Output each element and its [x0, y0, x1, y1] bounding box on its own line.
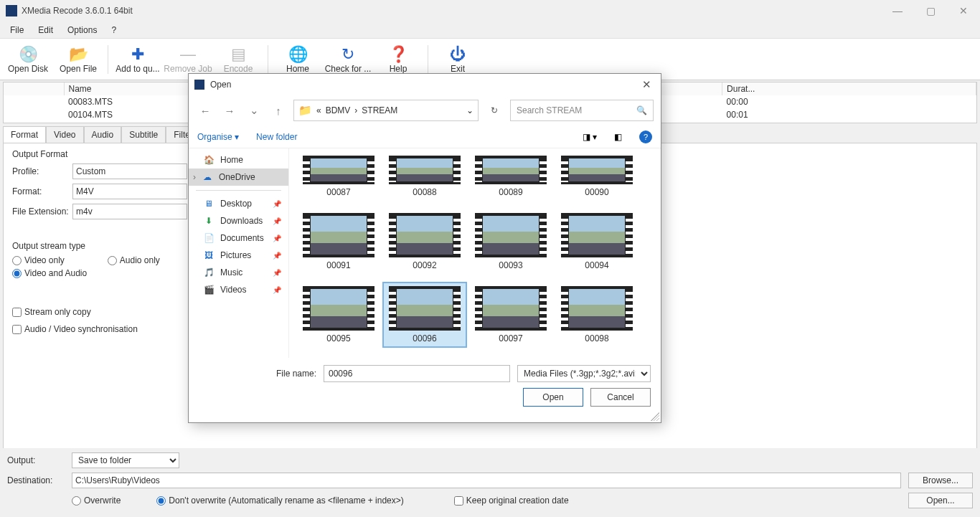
- audio-only-radio[interactable]: [108, 256, 117, 265]
- file-thumb[interactable]: 00091: [296, 209, 381, 275]
- nav-forward-button[interactable]: →: [220, 105, 239, 117]
- file-name: 00093: [499, 260, 522, 270]
- video-audio-radio[interactable]: [12, 269, 22, 278]
- dialog-cancel-button[interactable]: Cancel: [590, 388, 651, 407]
- file-grid[interactable]: 0008700088000890009000091000920009300094…: [289, 148, 661, 358]
- dialog-title: Open: [210, 80, 632, 90]
- plus-icon: ✚: [131, 45, 144, 64]
- maximize-button[interactable]: ▢: [914, 0, 947, 22]
- file-thumb[interactable]: 00096: [382, 282, 467, 348]
- dont-overwrite-radio[interactable]: [156, 496, 166, 506]
- add-to-queue-button[interactable]: ✚Add to qu...: [113, 40, 163, 79]
- file-thumb[interactable]: 00087: [296, 151, 381, 201]
- encode-icon: ▤: [231, 45, 246, 64]
- file-thumb[interactable]: 00089: [468, 151, 553, 201]
- file-name-input[interactable]: [324, 365, 510, 382]
- ext-select[interactable]: [72, 204, 187, 219]
- film-icon: [303, 286, 374, 331]
- globe-icon: 🌐: [288, 45, 308, 64]
- chevron-right-icon: ›: [193, 172, 196, 182]
- file-thumb[interactable]: 00093: [468, 209, 553, 275]
- resize-grip[interactable]: [651, 412, 659, 421]
- dialog-nav-bar: ← → ⌄ ↑ 📁 « BDMV › STREAM ⌄ ↻ Search STR…: [189, 95, 661, 125]
- minus-icon: ―: [180, 45, 196, 64]
- film-icon: [303, 156, 374, 184]
- col-duration[interactable]: Durat...: [722, 82, 976, 95]
- format-select[interactable]: [72, 184, 187, 199]
- separator: [108, 45, 108, 74]
- overwrite-radio[interactable]: [72, 496, 81, 506]
- menu-options[interactable]: Options: [60, 22, 104, 38]
- file-thumb[interactable]: 00097: [468, 282, 553, 348]
- tab-subtitle[interactable]: Subtitle: [121, 126, 166, 143]
- open-disk-button[interactable]: 💿Open Disk: [3, 40, 53, 79]
- film-icon: [303, 213, 374, 257]
- file-type-select[interactable]: Media Files (*.3gp;*.3g2;*.avi;): [517, 365, 651, 382]
- menu-help[interactable]: ?: [104, 22, 123, 38]
- file-thumb[interactable]: 00090: [555, 151, 639, 201]
- minimize-button[interactable]: ―: [881, 0, 914, 22]
- file-thumb[interactable]: 00092: [382, 209, 467, 275]
- preview-pane-button[interactable]: ◧: [614, 132, 622, 142]
- dialog-help-button[interactable]: ?: [639, 131, 652, 143]
- new-folder-button[interactable]: New folder: [256, 132, 297, 142]
- file-name: 00089: [499, 187, 522, 197]
- menu-file[interactable]: File: [3, 22, 31, 38]
- pictures-icon: 🖼: [203, 250, 215, 260]
- keep-date-checkbox[interactable]: [454, 496, 463, 506]
- profile-select[interactable]: [72, 163, 187, 179]
- output-select[interactable]: Save to folder: [72, 452, 179, 468]
- dialog-toolbar: Organise ▾ New folder ◨ ▾ ◧ ?: [189, 125, 661, 148]
- film-icon: [389, 156, 461, 184]
- dialog-close-button[interactable]: ✕: [632, 78, 661, 91]
- nav-onedrive[interactable]: ›☁OneDrive: [189, 169, 288, 186]
- open-file-button[interactable]: 📂Open File: [53, 40, 103, 79]
- tab-video[interactable]: Video: [46, 126, 83, 143]
- search-input[interactable]: Search STREAM 🔍: [510, 100, 654, 121]
- av-sync-checkbox[interactable]: [12, 325, 22, 334]
- format-label: Format:: [12, 186, 72, 196]
- file-name: 00096: [413, 333, 436, 343]
- file-thumb[interactable]: 00088: [382, 151, 467, 201]
- stream-copy-checkbox[interactable]: [12, 308, 22, 317]
- destination-input[interactable]: [72, 473, 901, 488]
- close-button[interactable]: ✕: [947, 0, 980, 22]
- file-name: 00091: [326, 260, 350, 270]
- dialog-footer: File name: Media Files (*.3gp;*.3g2;*.av…: [189, 358, 661, 422]
- nav-documents[interactable]: 📄Documents📌: [189, 229, 288, 247]
- nav-downloads[interactable]: ⬇Downloads📌: [189, 212, 288, 229]
- nav-recent-button[interactable]: ⌄: [245, 104, 263, 117]
- videos-icon: 🎬: [203, 285, 215, 295]
- refresh-button[interactable]: ↻: [484, 105, 504, 115]
- browse-button[interactable]: Browse...: [908, 473, 973, 488]
- file-thumb[interactable]: 00098: [555, 282, 639, 348]
- dest-label: Destination:: [7, 475, 65, 485]
- folder-open-icon: 📂: [69, 45, 88, 64]
- open-dest-button[interactable]: Open...: [908, 493, 973, 508]
- nav-up-button[interactable]: ↑: [269, 105, 288, 117]
- nav-pane: 🏠Home ›☁OneDrive 🖥Desktop📌 ⬇Downloads📌 📄…: [189, 148, 289, 358]
- menu-edit[interactable]: Edit: [31, 22, 60, 38]
- nav-videos[interactable]: 🎬Videos📌: [189, 281, 288, 298]
- file-name: 00090: [585, 187, 608, 197]
- nav-music[interactable]: 🎵Music📌: [189, 264, 288, 281]
- title-bar: XMedia Recode 3.6.0.1 64bit ― ▢ ✕: [0, 0, 980, 22]
- organise-button[interactable]: Organise ▾: [197, 132, 239, 142]
- breadcrumb[interactable]: 📁 « BDMV › STREAM ⌄: [293, 100, 479, 121]
- nav-home[interactable]: 🏠Home: [189, 151, 288, 169]
- nav-desktop[interactable]: 🖥Desktop📌: [189, 195, 288, 212]
- nav-back-button[interactable]: ←: [196, 105, 215, 117]
- view-mode-button[interactable]: ◨ ▾: [583, 132, 597, 142]
- question-icon: ❓: [389, 45, 408, 64]
- menu-bar: File Edit Options ?: [0, 22, 980, 39]
- chevron-down-icon[interactable]: ⌄: [466, 105, 473, 115]
- file-thumb[interactable]: 00095: [296, 282, 381, 348]
- dialog-app-icon: [194, 80, 204, 90]
- file-thumb[interactable]: 00094: [555, 209, 639, 275]
- film-icon: [389, 213, 461, 257]
- dialog-open-button[interactable]: Open: [523, 388, 583, 407]
- tab-audio[interactable]: Audio: [84, 126, 122, 143]
- nav-pictures[interactable]: 🖼Pictures📌: [189, 247, 288, 264]
- video-only-radio[interactable]: [12, 256, 22, 265]
- tab-format[interactable]: Format: [3, 126, 46, 143]
